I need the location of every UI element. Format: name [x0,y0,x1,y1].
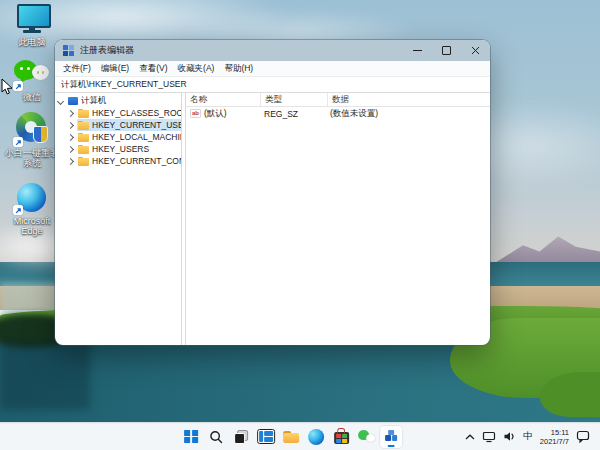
regedit-taskbar-button[interactable] [380,426,402,448]
window-panes: 计算机 HKEY_CLASSES_ROOT HKEY_CURRENT_USER … [55,93,490,345]
maximize-button[interactable] [432,40,461,61]
system-tray: 中 15:11 2021/7/7 [465,423,590,450]
registry-tree-pane[interactable]: 计算机 HKEY_CLASSES_ROOT HKEY_CURRENT_USER … [55,93,181,345]
folder-icon [78,145,89,154]
task-view-button[interactable] [230,426,252,448]
notification-icon [576,430,590,443]
minimize-button[interactable] [403,40,432,61]
tree-item-label: HKEY_CLASSES_ROOT [92,108,181,118]
xiaobai-icon [14,112,50,146]
tree-item-hkey-current-user[interactable]: HKEY_CURRENT_USER [65,119,181,131]
tree-item-hkey-classes-root[interactable]: HKEY_CLASSES_ROOT [65,107,181,119]
file-explorer-icon [283,431,299,443]
values-list-pane[interactable]: 名称 类型 数据 ab (默认) REG_SZ (数值未设置) [186,93,490,345]
folder-icon [78,109,89,118]
desktop-icon-label: Microsoft Edge [4,216,60,236]
ime-indicator-label: 中 [523,430,533,443]
window-titlebar[interactable]: 注册表编辑器 [55,40,490,61]
regedit-window: 注册表编辑器 文件(F) 编辑(E) 查看(V) 收藏夹(A) 帮助(H) 计算… [55,40,490,345]
column-header-type[interactable]: 类型 [261,93,328,106]
file-explorer-button[interactable] [280,426,302,448]
xiaobai-shield [33,126,48,143]
list-header: 名称 类型 数据 [186,93,490,107]
regedit-taskbar-icon [384,430,398,443]
expand-chevron-icon[interactable] [67,157,74,164]
menu-edit[interactable]: 编辑(E) [96,63,134,75]
desktop-icon-label: 小白一键重装系统 [4,148,60,168]
desktop-icon-label: 此电脑 [4,37,60,47]
this-pc-icon [14,3,50,35]
taskbar-clock[interactable]: 15:11 2021/7/7 [540,428,569,446]
menu-view[interactable]: 查看(V) [134,63,172,75]
ime-indicator[interactable]: 中 [523,430,533,443]
clock-time: 15:11 [551,428,569,437]
search-button[interactable] [205,426,227,448]
store-button[interactable] [330,426,352,448]
tree-item-hkey-users[interactable]: HKEY_USERS [65,143,181,155]
windows-logo-icon [185,430,198,443]
computer-icon [68,97,78,105]
clock-date: 2021/7/7 [540,437,569,446]
running-indicator [388,445,395,448]
close-button[interactable] [461,40,490,61]
menu-help[interactable]: 帮助(H) [219,63,258,75]
shortcut-arrow-icon [13,137,23,147]
tree-item-label: HKEY_CURRENT_CONFIG [92,156,181,166]
tree-item-label: HKEY_USERS [92,144,149,154]
address-path: 计算机\HKEY_CURRENT_USER [61,79,187,91]
folder-icon [78,133,89,142]
desktop-icon-this-pc[interactable]: 此电脑 [4,3,60,47]
taskbar-center-icons [180,426,402,448]
start-button[interactable] [180,426,202,448]
widgets-button[interactable] [255,426,277,448]
desktop-icon-xiaobai[interactable]: 小白一键重装系统 [4,112,60,168]
expand-chevron-icon[interactable] [67,145,74,152]
wechat-taskbar-icon [358,429,375,444]
close-icon [471,46,480,55]
value-type: REG_SZ [264,109,298,119]
shortcut-arrow-icon [13,205,23,215]
expand-chevron-icon[interactable] [67,109,74,116]
column-header-name[interactable]: 名称 [186,93,261,106]
edge-browser-icon [308,429,324,445]
wechat-taskbar-button[interactable] [355,426,377,448]
tree-item-hkey-local-machine[interactable]: HKEY_LOCAL_MACHINE [65,131,181,143]
window-title: 注册表编辑器 [80,44,134,57]
value-row-default[interactable]: ab (默认) REG_SZ (数值未设置) [186,107,490,120]
network-button[interactable] [482,430,496,443]
wallpaper-water-shadow [0,340,90,410]
expand-chevron-icon[interactable] [67,121,74,128]
chevron-up-icon [465,434,475,440]
regedit-window-icon [63,45,74,56]
maximize-icon [442,46,451,55]
notification-center-button[interactable] [576,430,590,443]
caption-buttons [403,40,490,61]
value-data: (数值未设置) [330,108,378,120]
volume-button[interactable] [503,430,516,443]
network-icon [482,430,496,443]
desktop-icon-edge[interactable]: Microsoft Edge [4,182,60,236]
menu-favorites[interactable]: 收藏夹(A) [173,63,220,75]
column-header-data[interactable]: 数据 [328,93,490,106]
shortcut-arrow-icon [13,81,23,91]
taskbar: 中 15:11 2021/7/7 [0,422,600,450]
edge-button[interactable] [305,426,327,448]
tree-item-label: 计算机 [81,95,107,107]
expand-chevron-icon[interactable] [67,133,74,140]
value-name: (默认) [204,108,227,120]
task-view-icon [234,430,248,444]
tree-item-hkey-current-config[interactable]: HKEY_CURRENT_CONFIG [65,155,181,167]
this-pc-base [23,30,41,33]
edge-icon [14,182,50,214]
wechat-bubble-small [32,65,49,80]
address-bar[interactable]: 计算机\HKEY_CURRENT_USER [55,77,490,93]
tree-item-label: HKEY_LOCAL_MACHINE [92,132,181,142]
minimize-icon [413,50,422,51]
mouse-cursor [1,78,14,100]
folder-icon [78,157,89,166]
tray-overflow-button[interactable] [465,434,475,440]
this-pc-screen [17,4,51,28]
collapse-chevron-icon[interactable] [57,97,64,104]
tree-item-computer[interactable]: 计算机 [55,95,181,107]
menu-file[interactable]: 文件(F) [58,63,96,75]
